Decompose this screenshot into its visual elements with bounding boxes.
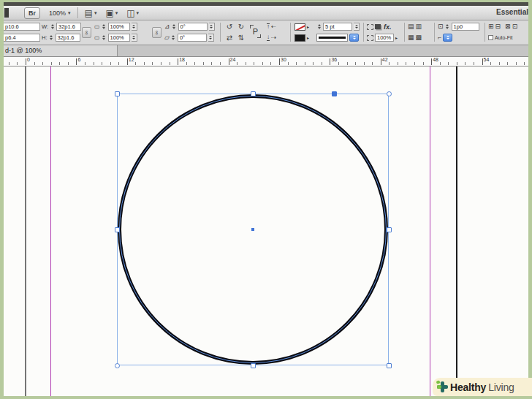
- corner-size-field[interactable]: 1p0: [452, 23, 479, 31]
- opacity-field[interactable]: 100%: [375, 34, 394, 42]
- opacity-icon: [367, 35, 373, 41]
- corner-edit-handle[interactable]: [332, 91, 337, 96]
- divider: [77, 7, 78, 18]
- height-label: H:: [42, 34, 48, 41]
- rotation-spinner[interactable]: [172, 24, 177, 29]
- ruler-label: 36: [331, 57, 337, 62]
- constrain-dimensions-icon[interactable]: ∞: [82, 27, 91, 38]
- shear-angle-icon: ▱: [164, 34, 170, 41]
- constrain-scale-icon[interactable]: ∞: [152, 27, 162, 38]
- x-position-field[interactable]: p10.6: [4, 23, 40, 31]
- stroke-weight-combo[interactable]: [354, 23, 360, 31]
- ruler-label: 0: [27, 57, 30, 62]
- control-panel: p10.6 W: 32p1.6 p6.4 H: 32p1.6 ∞ ▭ 100%: [4, 20, 528, 45]
- select-previous-button[interactable]: ⇠: [271, 24, 276, 30]
- opacity-arrow-icon[interactable]: ▸: [395, 35, 398, 40]
- flip-horizontal-button[interactable]: ⇄: [224, 34, 235, 42]
- handle-top-right[interactable]: [387, 91, 392, 96]
- corner-options-icon: ⊡: [438, 23, 444, 30]
- fill-swatch-none[interactable]: [294, 23, 305, 31]
- shear-combo[interactable]: [208, 34, 214, 42]
- fill-frame-button[interactable]: ⊠: [505, 23, 511, 30]
- wrap-none-button[interactable]: ▤: [408, 23, 414, 30]
- frame-border-left: [0, 0, 4, 399]
- stroke-type-dropdown[interactable]: [349, 34, 359, 42]
- margin-guide-left: [50, 66, 51, 396]
- wrap-jump-button[interactable]: ▩: [416, 34, 422, 41]
- fill-swatch-arrow-icon[interactable]: ▸: [307, 24, 309, 29]
- scale-x-icon: ▭: [94, 24, 100, 30]
- stroke-swatch-arrow-icon[interactable]: ▸: [307, 35, 309, 40]
- horizontal-ruler[interactable]: 061218243036424854: [4, 57, 528, 66]
- workspace-switcher[interactable]: Essential: [496, 8, 528, 16]
- ruler-label: 48: [433, 57, 438, 62]
- autofit-label: Auto-Fit: [495, 35, 513, 40]
- rotate-cw-button[interactable]: ↻: [236, 23, 246, 31]
- frame-border-bottom: [0, 396, 532, 399]
- selection-bounding-box[interactable]: [117, 94, 389, 365]
- rotation-field[interactable]: 0°: [178, 23, 208, 31]
- handle-middle-right[interactable]: [387, 227, 392, 232]
- zoom-level-dropdown[interactable]: 100% ▾: [49, 10, 71, 17]
- shear-spinner[interactable]: [171, 35, 176, 40]
- autofit-checkbox[interactable]: [488, 35, 493, 40]
- effects-button[interactable]: fx.: [384, 23, 392, 31]
- corner-shape-dropdown[interactable]: [443, 34, 452, 42]
- rotate-ccw-button[interactable]: ↺: [224, 23, 235, 31]
- stroke-weight-field[interactable]: 5 pt: [323, 23, 352, 31]
- select-container-button[interactable]: ↑: [267, 23, 270, 30]
- margin-guide-right: [430, 66, 430, 396]
- stroke-type-preview[interactable]: [316, 34, 348, 42]
- bridge-button[interactable]: Br: [24, 7, 40, 19]
- scale-x-spinner[interactable]: [102, 24, 107, 29]
- document-canvas[interactable]: [4, 66, 528, 396]
- handle-bottom-center[interactable]: [251, 363, 256, 368]
- select-next-button[interactable]: ⇢: [271, 35, 276, 41]
- stroke-swatch-black[interactable]: [294, 34, 305, 42]
- flip-vertical-button[interactable]: ⇅: [236, 34, 246, 42]
- fit-frame-to-content-button[interactable]: ⊟: [495, 23, 501, 30]
- scale-x-field[interactable]: 100%: [108, 23, 130, 31]
- scale-y-field[interactable]: 100%: [108, 34, 130, 42]
- document-tab[interactable]: d-1 @ 100%: [4, 45, 118, 56]
- drop-shadow-button[interactable]: [375, 24, 381, 29]
- view-options-dropdown[interactable]: ▤ ▾: [85, 9, 97, 18]
- zoom-level-value: 100%: [49, 10, 66, 17]
- ruler-label: 12: [129, 57, 134, 62]
- width-field[interactable]: 32p1.6: [56, 23, 81, 31]
- frame-border-right: [528, 0, 532, 399]
- scale-y-combo[interactable]: [132, 34, 137, 42]
- select-content-button[interactable]: ↓: [267, 34, 270, 41]
- corner-size-spinner[interactable]: [445, 24, 450, 29]
- handle-middle-left[interactable]: [115, 227, 120, 232]
- handle-bottom-right[interactable]: [387, 363, 392, 368]
- object-style-icon[interactable]: [367, 24, 373, 30]
- wrap-bounding-box-button[interactable]: ▥: [416, 23, 422, 30]
- scale-x-combo[interactable]: [132, 23, 137, 31]
- screen-mode-dropdown[interactable]: ▣ ▾: [105, 9, 118, 18]
- cropped-toolbar-icon: [4, 8, 9, 18]
- y-position-field[interactable]: p6.4: [4, 34, 40, 42]
- center-content-button[interactable]: ⊡: [512, 23, 518, 30]
- handle-bottom-left[interactable]: [115, 363, 120, 368]
- ruler-label: 6: [77, 57, 80, 62]
- frame-border-top: [0, 0, 532, 2]
- width-spinner[interactable]: [50, 24, 55, 29]
- handle-top-center[interactable]: [251, 91, 256, 96]
- wrap-object-shape-button[interactable]: ▦: [408, 34, 414, 41]
- rotation-combo[interactable]: [209, 23, 215, 31]
- ruler-label: 30: [281, 57, 286, 62]
- shear-field[interactable]: 0°: [178, 34, 207, 42]
- content-indicator-badge: P: [249, 23, 262, 40]
- plus-leaf-icon: [437, 381, 448, 392]
- ruler-label: 24: [230, 57, 236, 62]
- scale-y-spinner[interactable]: [102, 35, 107, 40]
- stroke-weight-spinner[interactable]: [316, 24, 322, 29]
- height-field[interactable]: 32p1.6: [56, 34, 80, 42]
- watermark-brand-bold: Healthy: [450, 381, 486, 393]
- handle-top-left[interactable]: [115, 91, 120, 96]
- fit-content-to-frame-button[interactable]: ⊞: [488, 23, 494, 30]
- ruler-major-ticks: [4, 58, 528, 65]
- height-spinner[interactable]: [49, 35, 54, 40]
- arrange-documents-dropdown[interactable]: ◫ ▾: [126, 9, 139, 18]
